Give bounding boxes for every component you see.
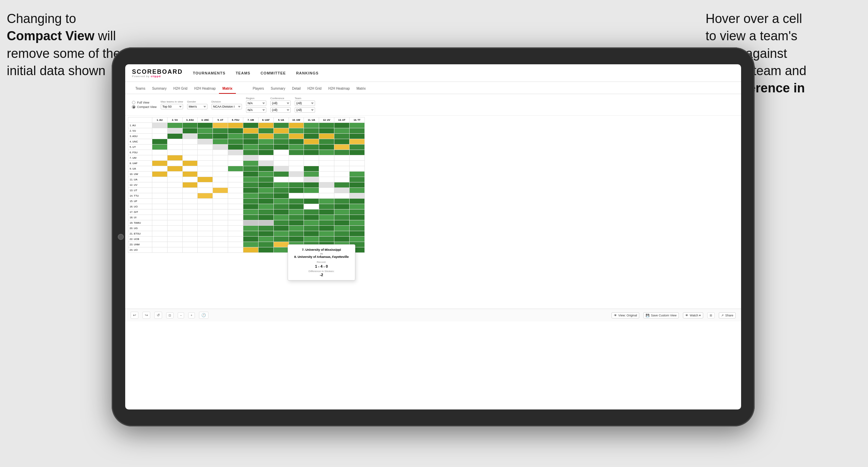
- matrix-cell[interactable]: [228, 139, 243, 144]
- matrix-cell[interactable]: [289, 215, 304, 220]
- matrix-cell[interactable]: [350, 182, 365, 188]
- matrix-cell[interactable]: [243, 172, 259, 177]
- matrix-cell[interactable]: [304, 204, 319, 209]
- matrix-cell[interactable]: [273, 247, 289, 253]
- matrix-cell[interactable]: [167, 204, 182, 209]
- matrix-cell[interactable]: [198, 155, 213, 161]
- matrix-cell[interactable]: [182, 209, 198, 215]
- matrix-cell[interactable]: [289, 161, 304, 166]
- matrix-cell[interactable]: [289, 123, 304, 128]
- matrix-cell[interactable]: [152, 182, 167, 188]
- matrix-cell[interactable]: [152, 150, 167, 155]
- matrix-cell[interactable]: [319, 209, 334, 215]
- matrix-cell[interactable]: [334, 231, 350, 237]
- matrix-cell[interactable]: [167, 177, 182, 182]
- matrix-cell[interactable]: [350, 155, 365, 161]
- matrix-cell[interactable]: [198, 237, 213, 242]
- matrix-cell[interactable]: [258, 134, 273, 139]
- matrix-cell[interactable]: [258, 150, 273, 155]
- matrix-cell[interactable]: [198, 193, 213, 199]
- filter-region-select2[interactable]: N/A: [246, 107, 266, 113]
- matrix-cell[interactable]: [228, 193, 243, 199]
- matrix-cell[interactable]: [334, 150, 350, 155]
- matrix-cell[interactable]: [243, 161, 259, 166]
- matrix-cell[interactable]: [258, 172, 273, 177]
- watch-button[interactable]: 👁 Watch ▾: [683, 312, 703, 318]
- matrix-cell[interactable]: [152, 139, 167, 144]
- matrix-cell[interactable]: [319, 193, 334, 199]
- matrix-cell[interactable]: [319, 188, 334, 193]
- matrix-cell[interactable]: [350, 237, 365, 242]
- matrix-cell[interactable]: [167, 209, 182, 215]
- matrix-cell[interactable]: [273, 182, 289, 188]
- matrix-cell[interactable]: [334, 155, 350, 161]
- subnav-matrix[interactable]: Matrix: [219, 84, 236, 94]
- redo-button[interactable]: ↪: [142, 312, 150, 319]
- matrix-cell[interactable]: [319, 150, 334, 155]
- matrix-cell[interactable]: [198, 161, 213, 166]
- matrix-cell[interactable]: [167, 172, 182, 177]
- nav-tournaments[interactable]: TOURNAMENTS: [193, 71, 225, 75]
- matrix-cell[interactable]: [350, 123, 365, 128]
- matrix-cell[interactable]: [152, 166, 167, 172]
- matrix-cell[interactable]: [258, 242, 273, 247]
- filter-max-teams-select[interactable]: Top 50: [161, 104, 183, 109]
- matrix-cell[interactable]: [350, 161, 365, 166]
- matrix-cell[interactable]: [213, 177, 228, 182]
- matrix-cell[interactable]: [213, 242, 228, 247]
- matrix-cell[interactable]: [213, 139, 228, 144]
- matrix-cell[interactable]: [350, 150, 365, 155]
- matrix-cell[interactable]: [198, 199, 213, 204]
- matrix-cell[interactable]: [228, 209, 243, 215]
- matrix-cell[interactable]: [228, 188, 243, 193]
- filter-gender-select[interactable]: Men's: [187, 104, 207, 109]
- matrix-cell[interactable]: [304, 193, 319, 199]
- matrix-cell[interactable]: [273, 226, 289, 231]
- matrix-cell[interactable]: [289, 188, 304, 193]
- matrix-cell[interactable]: [243, 139, 259, 144]
- matrix-cell[interactable]: [258, 226, 273, 231]
- matrix-cell[interactable]: [289, 150, 304, 155]
- matrix-cell[interactable]: [334, 215, 350, 220]
- matrix-cell[interactable]: [228, 231, 243, 237]
- matrix-cell[interactable]: [182, 139, 198, 144]
- matrix-cell[interactable]: [228, 161, 243, 166]
- matrix-cell[interactable]: [213, 215, 228, 220]
- matrix-cell[interactable]: [243, 247, 259, 253]
- clock-button[interactable]: 🕐: [199, 312, 208, 319]
- matrix-cell[interactable]: [182, 199, 198, 204]
- matrix-cell[interactable]: [243, 226, 259, 231]
- matrix-cell[interactable]: [304, 215, 319, 220]
- matrix-cell[interactable]: [243, 204, 259, 209]
- matrix-cell[interactable]: [182, 231, 198, 237]
- matrix-cell[interactable]: [228, 247, 243, 253]
- matrix-cell[interactable]: [334, 128, 350, 134]
- matrix-cell[interactable]: [334, 172, 350, 177]
- matrix-cell[interactable]: [258, 204, 273, 209]
- matrix-cell[interactable]: [258, 237, 273, 242]
- matrix-cell[interactable]: [258, 231, 273, 237]
- matrix-cell[interactable]: [167, 166, 182, 172]
- matrix-cell[interactable]: [213, 209, 228, 215]
- matrix-cell[interactable]: [228, 237, 243, 242]
- matrix-cell[interactable]: [243, 199, 259, 204]
- matrix-cell[interactable]: [289, 166, 304, 172]
- matrix-cell[interactable]: [273, 150, 289, 155]
- matrix-cell[interactable]: [350, 188, 365, 193]
- matrix-cell[interactable]: [273, 128, 289, 134]
- matrix-cell[interactable]: [350, 231, 365, 237]
- filter-team-select[interactable]: (All): [295, 101, 315, 106]
- matrix-cell[interactable]: [243, 166, 259, 172]
- matrix-cell[interactable]: [228, 199, 243, 204]
- matrix-cell[interactable]: [289, 209, 304, 215]
- matrix-cell[interactable]: [213, 247, 228, 253]
- matrix-cell[interactable]: [319, 182, 334, 188]
- matrix-cell[interactable]: [198, 215, 213, 220]
- matrix-cell[interactable]: [258, 128, 273, 134]
- nav-rankings[interactable]: RANKINGS: [296, 71, 319, 75]
- matrix-cell[interactable]: [213, 172, 228, 177]
- matrix-cell[interactable]: [198, 242, 213, 247]
- matrix-cell[interactable]: [213, 155, 228, 161]
- matrix-cell[interactable]: [334, 237, 350, 242]
- view-original-button[interactable]: 👁 View: Original: [611, 312, 639, 318]
